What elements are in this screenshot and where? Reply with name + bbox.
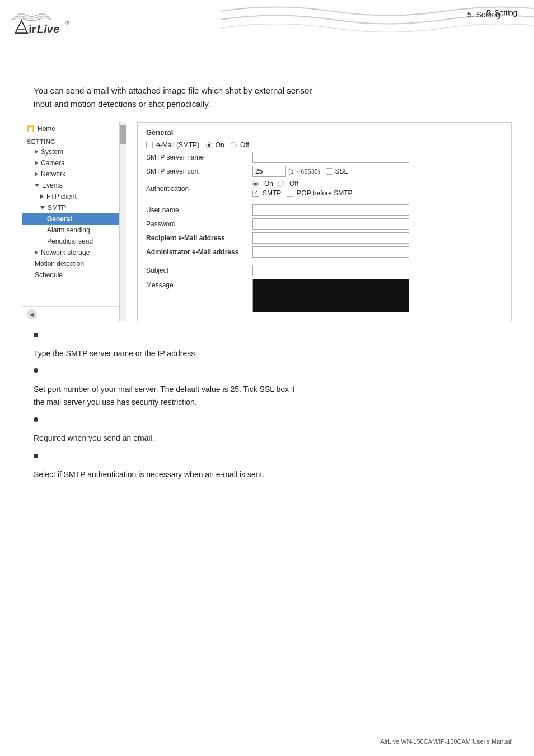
message-label: Message: [146, 279, 252, 289]
subject-row: Subject: [146, 265, 503, 276]
password-input[interactable]: [252, 218, 409, 230]
arrow-down-icon: [35, 184, 39, 187]
email-smtp-label: e-Mail (SMTP): [156, 141, 199, 149]
admin-email-input[interactable]: [252, 246, 409, 258]
sidebar-item-home[interactable]: Home: [22, 122, 119, 136]
form-section-title: General: [146, 128, 503, 137]
sidebar-label-motion-detection: Motion detection: [35, 260, 84, 268]
admin-email-row: Administrator e-Mail address: [146, 246, 503, 258]
sidebar-item-schedule[interactable]: Schedule: [22, 269, 119, 281]
header-decoration: 5. Setting: [221, 0, 534, 50]
sidebar-inner: Home SETTING System Camera Network: [22, 122, 119, 321]
bullet-item-1: [34, 333, 500, 342]
sidebar-label-system: System: [41, 148, 63, 156]
smtp-port-input[interactable]: [252, 166, 286, 177]
footer-text: AirLive WN-150CAM/IP-150CAM User's Manua…: [381, 738, 512, 745]
bullet-item-4: [34, 454, 500, 463]
smtp-server-name-row: SMTP server name: [146, 152, 503, 163]
auth-on-radio[interactable]: [252, 181, 259, 187]
message-textarea[interactable]: [252, 279, 409, 312]
authentication-label: Authentication: [146, 185, 252, 193]
sidebar-item-network[interactable]: Network: [22, 169, 119, 180]
bullet-dot-2: [34, 368, 38, 373]
email-on-label: On: [216, 141, 224, 149]
sidebar-label-general: General: [47, 215, 72, 223]
arrow-right-icon: [35, 250, 38, 255]
sidebar-label-ftp: FTP client: [46, 193, 77, 200]
arrow-down-icon: [40, 206, 45, 209]
svg-marker-0: [15, 20, 27, 33]
smtp-server-name-label: SMTP server name: [146, 153, 252, 161]
page-header: ir Live ® 5. Setting 5. Setting: [0, 0, 534, 50]
sidebar-bottom-nav: ◀: [22, 306, 119, 321]
svg-text:®: ®: [65, 21, 69, 26]
bullet-dot-1: [34, 333, 38, 337]
sidebar-label-schedule: Schedule: [35, 271, 63, 279]
sidebar-scrollbar[interactable]: [119, 122, 126, 321]
sidebar-section-setting: SETTING: [22, 136, 119, 146]
sidebar-item-network-storage[interactable]: Network storage: [22, 247, 119, 258]
description-block: You can send a mail with attached image …: [0, 50, 534, 122]
bullet-item-2: [34, 368, 500, 377]
bullet-text-3: Required when you send an email.: [34, 432, 500, 444]
ssl-checkbox[interactable]: [326, 168, 332, 175]
svg-text:ir: ir: [29, 23, 36, 35]
email-on-radio[interactable]: [206, 142, 212, 148]
bullet-dot-4: [34, 454, 38, 458]
bullet-text-2: Set port number of your mail server. The…: [34, 383, 500, 408]
email-smtp-row: e-Mail (SMTP) On Off: [146, 141, 503, 149]
bullet-text-1: Type the SMTP server name or the IP addr…: [34, 347, 500, 360]
bullet-text-4: Select if SMTP authentication is necessa…: [34, 468, 500, 480]
airlive-logo: ir Live ®: [11, 10, 73, 41]
sidebar-label-camera: Camera: [41, 159, 65, 167]
email-off-radio[interactable]: [231, 142, 237, 148]
message-row: Message: [146, 279, 503, 312]
description-line2: input and motion detections or shot peri…: [34, 97, 500, 111]
form-panel: General e-Mail (SMTP) On Off SMTP server…: [137, 122, 512, 321]
main-content: Home SETTING System Camera Network: [0, 122, 534, 321]
email-smtp-checkbox[interactable]: [146, 142, 153, 148]
sidebar-item-camera[interactable]: Camera: [22, 157, 119, 169]
sidebar-item-events[interactable]: Events: [22, 180, 119, 191]
ssl-label: SSL: [335, 167, 348, 175]
bullet-dot-3: [34, 417, 38, 422]
sidebar-label-periodical-send: Periodical send: [47, 237, 93, 245]
smtp-auth-checkbox[interactable]: [252, 190, 259, 197]
sidebar-item-periodical-send[interactable]: Periodical send: [22, 236, 119, 247]
admin-email-label: Administrator e-Mail address: [146, 248, 252, 256]
sidebar-item-motion-detection[interactable]: Motion detection: [22, 258, 119, 269]
sidebar-item-smtp[interactable]: SMTP: [22, 202, 119, 213]
sidebar-label-network: Network: [41, 170, 65, 178]
sidebar-item-alarm-sending[interactable]: Alarm sending: [22, 225, 119, 236]
sidebar-item-general[interactable]: General: [22, 213, 119, 225]
sidebar: Home SETTING System Camera Network: [22, 122, 126, 321]
svg-text:Live: Live: [37, 23, 59, 35]
user-name-input[interactable]: [252, 204, 409, 216]
page-title-text: 5. Setting: [467, 10, 500, 19]
sidebar-label-alarm-sending: Alarm sending: [47, 226, 90, 234]
recipient-email-input[interactable]: [252, 232, 409, 244]
description-line1: You can send a mail with attached image …: [34, 84, 500, 97]
sidebar-item-ftp-client[interactable]: FTP client: [22, 191, 119, 202]
password-row: Password: [146, 218, 503, 230]
auth-on-label: On: [264, 180, 273, 188]
smtp-server-port-row: SMTP server port (1 ~ 65535) SSL: [146, 166, 503, 177]
subject-input[interactable]: [252, 265, 409, 276]
arrow-right-icon: [35, 172, 38, 176]
sidebar-nav-icon[interactable]: ◀: [27, 309, 37, 319]
sidebar-label-smtp: SMTP: [48, 204, 66, 212]
smtp-pop-checkbox-row: SMTP POP before SMTP: [252, 189, 353, 197]
auth-off-radio[interactable]: [278, 181, 284, 187]
sidebar-label-network-storage: Network storage: [41, 249, 90, 256]
smtp-checkbox-label: SMTP: [263, 189, 281, 197]
smtp-server-name-input[interactable]: [252, 152, 409, 163]
user-name-row: User name: [146, 204, 503, 216]
pop-before-smtp-checkbox[interactable]: [287, 190, 293, 197]
home-icon: [27, 125, 35, 133]
sidebar-item-system[interactable]: System: [22, 146, 119, 157]
recipient-email-label: Recipient e-Mail address: [146, 234, 252, 242]
email-off-label: Off: [240, 141, 249, 149]
authentication-row: Authentication On Off SMTP POP before SM…: [146, 180, 503, 197]
arrow-right-icon: [35, 161, 38, 165]
sidebar-scrollbar-thumb[interactable]: [120, 125, 126, 144]
